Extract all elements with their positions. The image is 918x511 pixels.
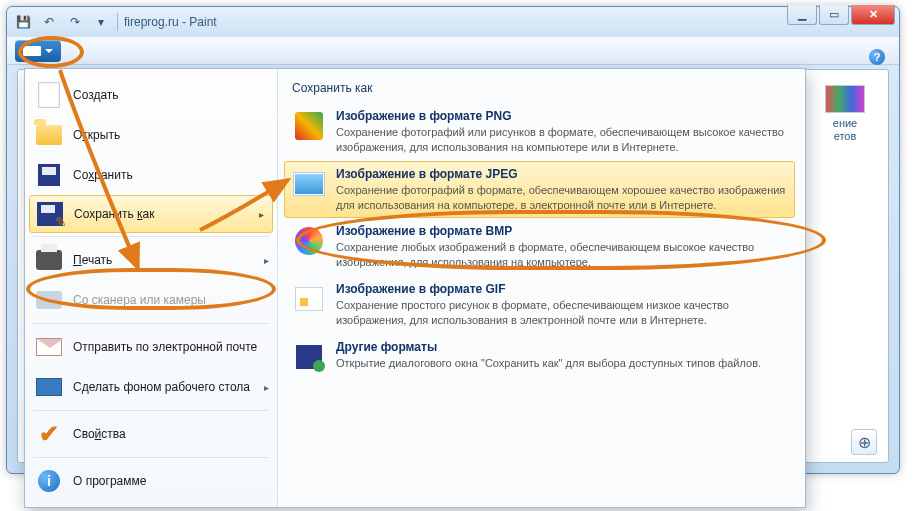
menu-item-email[interactable]: Отправить по электронной почте: [25, 327, 277, 367]
ribbon-strip: [7, 37, 899, 65]
separator: [33, 323, 269, 324]
file-menu-icon: [23, 46, 41, 56]
color-spectrum-icon: [825, 85, 865, 113]
colors-label-line2: етов: [819, 130, 871, 143]
menu-item-about[interactable]: i О программе: [25, 461, 277, 501]
qat-save-icon[interactable]: 💾: [13, 12, 33, 32]
jpeg-format-icon: [292, 167, 326, 201]
colors-label-line1: ение: [819, 117, 871, 130]
new-file-icon: [35, 81, 63, 109]
printer-icon: [35, 246, 63, 274]
menu-item-label: О программе: [73, 474, 146, 488]
qat-customize-icon[interactable]: ▾: [91, 12, 111, 32]
chevron-down-icon: [45, 49, 53, 53]
menu-item-label: Сохранить как: [74, 207, 154, 221]
save-icon: [35, 161, 63, 189]
desktop-icon: [35, 373, 63, 401]
maximize-button[interactable]: ▭: [819, 5, 849, 25]
menu-item-label: Открыть: [73, 128, 120, 142]
info-icon: i: [35, 467, 63, 495]
menu-item-save-as[interactable]: Сохранить как ▸: [29, 195, 273, 233]
window-title: fireprog.ru - Paint: [124, 15, 217, 29]
submenu-item-title: Изображение в формате JPEG: [336, 167, 787, 181]
qat-redo-icon[interactable]: ↷: [65, 12, 85, 32]
submenu-item-gif[interactable]: Изображение в формате GIF Сохранение про…: [284, 276, 795, 334]
submenu-title: Сохранить как: [284, 77, 795, 103]
submenu-arrow-icon: ▸: [264, 255, 269, 266]
menu-item-properties[interactable]: ✔ Свойства: [25, 414, 277, 454]
menu-item-label: Свойства: [73, 427, 126, 441]
gif-format-icon: [292, 282, 326, 316]
file-menu-list: Создать Открыть Сохранить Сохранить как …: [25, 69, 277, 507]
qat-undo-icon[interactable]: ↶: [39, 12, 59, 32]
file-menu-button[interactable]: [15, 40, 61, 62]
submenu-item-desc: Сохранение фотографий или рисунков в фор…: [336, 125, 787, 155]
png-format-icon: [292, 109, 326, 143]
edit-colors-fragment[interactable]: ение етов: [819, 85, 871, 143]
submenu-item-title: Другие форматы: [336, 340, 761, 354]
folder-open-icon: [35, 121, 63, 149]
menu-item-print[interactable]: Печать ▸: [25, 240, 277, 280]
submenu-item-desc: Сохранение простого рисунок в формате, о…: [336, 298, 787, 328]
quick-access-toolbar: 💾 ↶ ↷ ▾: [13, 12, 111, 32]
menu-item-label: Печать: [73, 253, 112, 267]
menu-item-label: Создать: [73, 88, 119, 102]
close-button[interactable]: ✕: [851, 5, 895, 25]
menu-item-label: Сохранить: [73, 168, 133, 182]
separator: [33, 236, 269, 237]
submenu-item-title: Изображение в формате BMP: [336, 224, 787, 238]
save-as-submenu: Сохранить как Изображение в формате PNG …: [277, 69, 805, 507]
window-controls: ▁ ▭ ✕: [785, 5, 895, 25]
submenu-arrow-icon: ▸: [264, 382, 269, 393]
menu-item-open[interactable]: Открыть: [25, 115, 277, 155]
submenu-item-desc: Открытие диалогового окна "Сохранить как…: [336, 356, 761, 371]
separator: [117, 13, 118, 31]
submenu-item-desc: Сохранение фотографий в формате, обеспеч…: [336, 183, 787, 213]
menu-item-label: Отправить по электронной почте: [73, 340, 257, 354]
menu-item-scanner: Со сканера или камеры: [25, 280, 277, 320]
submenu-item-jpeg[interactable]: Изображение в формате JPEG Сохранение фо…: [284, 161, 795, 219]
submenu-item-title: Изображение в формате PNG: [336, 109, 787, 123]
menu-item-label: Со сканера или камеры: [73, 293, 206, 307]
envelope-icon: [35, 333, 63, 361]
titlebar: 💾 ↶ ↷ ▾ fireprog.ru - Paint ▁ ▭ ✕: [7, 7, 899, 37]
checkmark-icon: ✔: [35, 420, 63, 448]
menu-item-save[interactable]: Сохранить: [25, 155, 277, 195]
minimize-button[interactable]: ▁: [787, 5, 817, 25]
separator: [33, 410, 269, 411]
bmp-format-icon: [292, 224, 326, 258]
other-formats-icon: [292, 340, 326, 374]
zoom-in-button[interactable]: ⊕: [851, 429, 877, 455]
submenu-item-desc: Сохранение любых изображений в формате, …: [336, 240, 787, 270]
menu-item-new[interactable]: Создать: [25, 75, 277, 115]
scanner-icon: [35, 286, 63, 314]
help-icon[interactable]: ?: [869, 49, 885, 65]
submenu-item-bmp[interactable]: Изображение в формате BMP Сохранение люб…: [284, 218, 795, 276]
submenu-arrow-icon: ▸: [259, 209, 264, 220]
menu-item-set-desktop[interactable]: Сделать фоном рабочего стола ▸: [25, 367, 277, 407]
file-menu-panel: Создать Открыть Сохранить Сохранить как …: [24, 68, 806, 508]
menu-item-label: Сделать фоном рабочего стола: [73, 380, 250, 394]
separator: [33, 457, 269, 458]
submenu-item-other[interactable]: Другие форматы Открытие диалогового окна…: [284, 334, 795, 380]
save-as-icon: [36, 200, 64, 228]
submenu-item-png[interactable]: Изображение в формате PNG Сохранение фот…: [284, 103, 795, 161]
submenu-item-title: Изображение в формате GIF: [336, 282, 787, 296]
